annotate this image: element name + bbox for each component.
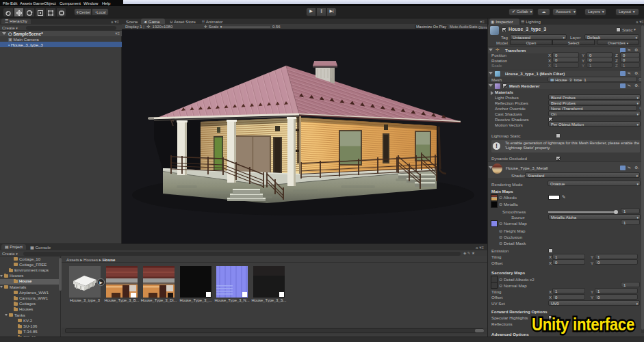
svg-text:Unity interface: Unity interface [532, 314, 634, 334]
